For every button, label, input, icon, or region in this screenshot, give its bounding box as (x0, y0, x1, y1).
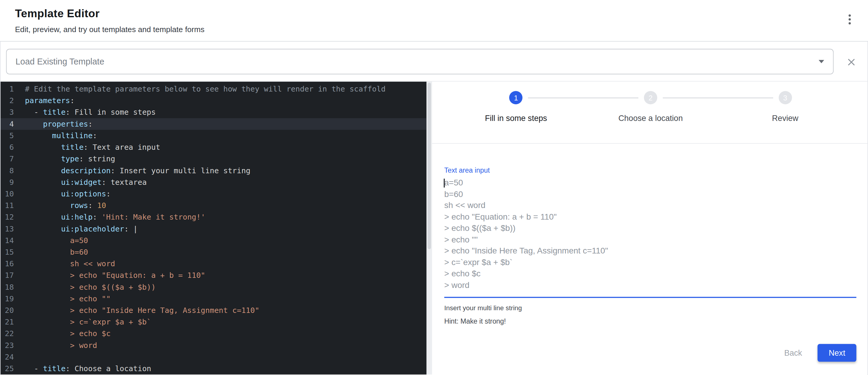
code-text (14, 351, 25, 363)
code-text: > echo "Inside Here Tag, Assignment c=11… (14, 305, 259, 316)
code-text: multiline: (14, 130, 97, 142)
line-number: 4 (1, 118, 14, 130)
chevron-down-icon[interactable] (819, 60, 824, 63)
line-number: 24 (1, 351, 14, 363)
code-text: sh << word (14, 258, 115, 270)
textarea-line: > echo $c (444, 268, 857, 279)
scrollbar-thumb[interactable] (428, 83, 431, 249)
next-button[interactable]: Next (817, 344, 856, 362)
code-line[interactable]: 17 > echo "Equation: a + b = 110" (1, 270, 427, 281)
code-text: - title: Choose a location (14, 363, 151, 374)
field-hint: Hint: Make it strong! (444, 317, 857, 325)
kebab-menu-icon[interactable] (846, 9, 853, 29)
code-line[interactable]: 21 > c=`expr $a + $b` (1, 316, 427, 328)
code-text: b=60 (14, 246, 88, 258)
line-number: 10 (1, 188, 14, 200)
code-line[interactable]: 3 - title: Fill in some steps (1, 106, 427, 118)
textarea-line: a=50 (444, 177, 857, 188)
editor-scrollbar[interactable] (427, 82, 432, 374)
code-text: rows: 10 (14, 200, 106, 211)
code-line[interactable]: 12 ui:help: 'Hint: Make it strong!' (1, 211, 427, 223)
code-line[interactable]: 5 multiline: (1, 130, 427, 142)
code-text: > echo $(($a + $b)) (14, 281, 156, 293)
textarea-line: > echo "Equation: a + b = 110" (444, 211, 857, 222)
code-line[interactable]: 22 > echo $c (1, 328, 427, 339)
code-text: > word (14, 340, 97, 351)
code-line[interactable]: 11 rows: 10 (1, 200, 427, 211)
code-line[interactable]: 14 a=50 (1, 235, 427, 246)
textarea-line: > word (444, 279, 857, 291)
stepper-connector (663, 98, 773, 98)
code-line[interactable]: 1# Edit the template parameters below to… (1, 83, 427, 95)
code-text: ui:help: 'Hint: Make it strong!' (14, 211, 205, 223)
code-text: ui:widget: textarea (14, 177, 147, 188)
line-number: 22 (1, 328, 14, 339)
code-text: # Edit the template parameters below to … (14, 83, 385, 95)
stepper-step-2: 2Choose a location (583, 91, 718, 122)
line-number: 15 (1, 246, 14, 258)
code-text: - title: Fill in some steps (14, 106, 156, 118)
workspace: 1# Edit the template parameters below to… (1, 82, 867, 374)
textarea-line: > c=`expr $a + $b` (444, 257, 857, 268)
line-number: 23 (1, 340, 14, 351)
field-label: Text area input (444, 166, 857, 174)
code-text: > echo "Equation: a + b = 110" (14, 270, 205, 281)
line-number: 2 (1, 95, 14, 106)
line-number: 9 (1, 177, 14, 188)
field-description: Insert your multi line string (444, 304, 857, 312)
step-number-icon: 3 (779, 91, 792, 104)
code-text: a=50 (14, 235, 88, 246)
code-line[interactable]: 18 > echo $(($a + $b)) (1, 281, 427, 293)
code-line[interactable]: 16 sh << word (1, 258, 427, 270)
back-button[interactable]: Back (774, 344, 812, 362)
code-text: > echo $c (14, 328, 111, 339)
code-line[interactable]: 20 > echo "Inside Here Tag, Assignment c… (1, 305, 427, 316)
main-area: Load Existing Template 1# Edit the templ… (0, 41, 868, 375)
form-actions: Back Next (444, 344, 857, 362)
code-line[interactable]: 13 ui:placeholder: | (1, 223, 427, 235)
text-cursor (444, 179, 445, 187)
code-line[interactable]: 25 - title: Choose a location (1, 363, 427, 374)
code-text: parameters: (14, 95, 74, 106)
load-template-select[interactable]: Load Existing Template (6, 49, 834, 74)
code-text: > c=`expr $a + $b` (14, 316, 151, 328)
code-line[interactable]: 6 title: Text area input (1, 142, 427, 153)
template-picker-row: Load Existing Template (1, 41, 867, 82)
code-line[interactable]: 9 ui:widget: textarea (1, 177, 427, 188)
step-number-icon: 2 (644, 91, 657, 104)
textarea-line: > echo "Inside Here Tag, Assignment c=11… (444, 245, 857, 256)
code-line[interactable]: 7 type: string (1, 153, 427, 165)
step-label: Review (772, 114, 799, 123)
stepper-section: 1Fill in some steps2Choose a location3Re… (432, 82, 867, 144)
stepper: 1Fill in some steps2Choose a location3Re… (448, 91, 852, 122)
line-number: 11 (1, 200, 14, 211)
close-icon[interactable] (844, 54, 859, 70)
code-lines: 1# Edit the template parameters below to… (1, 83, 427, 374)
multiline-textarea[interactable]: a=50b=60sh << word> echo "Equation: a + … (444, 177, 857, 298)
form-preview-pane: 1Fill in some steps2Choose a location3Re… (432, 82, 867, 374)
code-line[interactable]: 19 > echo "" (1, 293, 427, 305)
code-text: properties: (14, 118, 93, 130)
stepper-step-1: 1Fill in some steps (448, 91, 583, 122)
code-line[interactable]: 4 properties: (1, 118, 427, 130)
line-number: 16 (1, 258, 14, 270)
line-number: 17 (1, 270, 14, 281)
line-number: 19 (1, 293, 14, 305)
code-line[interactable]: 15 b=60 (1, 246, 427, 258)
code-text: description: Insert your multi line stri… (14, 165, 250, 177)
code-line[interactable]: 10 ui:options: (1, 188, 427, 200)
code-editor[interactable]: 1# Edit the template parameters below to… (1, 82, 427, 374)
code-line[interactable]: 8 description: Insert your multi line st… (1, 165, 427, 177)
code-line[interactable]: 23 > word (1, 340, 427, 351)
line-number: 21 (1, 316, 14, 328)
page-header: Template Editor Edit, preview, and try o… (0, 0, 868, 41)
code-line[interactable]: 24 (1, 351, 427, 363)
line-number: 18 (1, 281, 14, 293)
code-text: ui:options: (14, 188, 111, 200)
code-line[interactable]: 2parameters: (1, 95, 427, 106)
code-text: title: Text area input (14, 142, 160, 153)
stepper-step-3: 3Review (718, 91, 852, 122)
code-text: > echo "" (14, 293, 111, 305)
code-text: type: string (14, 153, 115, 165)
line-number: 6 (1, 142, 14, 153)
